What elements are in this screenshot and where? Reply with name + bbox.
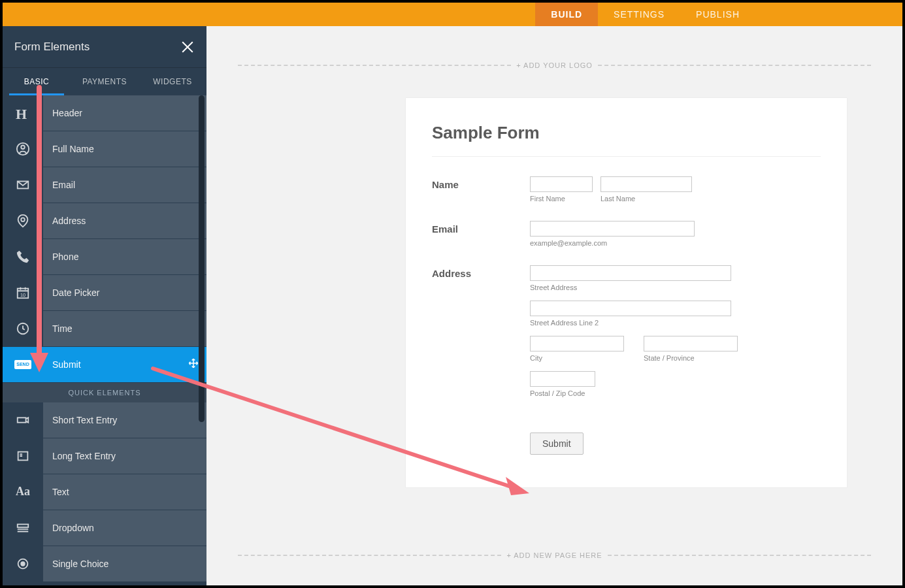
svg-point-11	[21, 562, 25, 566]
element-label: Header	[43, 108, 206, 118]
svg-rect-8	[18, 452, 28, 461]
phone-icon	[16, 250, 30, 264]
element-datepicker[interactable]: 10 Date Picker	[3, 275, 206, 310]
city-sublabel: City	[530, 354, 624, 362]
dropdown-icon	[16, 521, 30, 535]
element-long-text[interactable]: Long Text Entry	[3, 438, 206, 474]
tab-settings[interactable]: SETTINGS	[598, 3, 680, 26]
svg-text:10: 10	[20, 292, 25, 298]
tab-publish[interactable]: PUBLISH	[680, 3, 755, 26]
city-input[interactable]	[530, 336, 624, 351]
sidebar-tab-payments[interactable]: PAYMENTS	[71, 68, 139, 95]
element-label: Address	[43, 216, 206, 226]
state-sublabel: State / Province	[644, 354, 738, 362]
element-label: Email	[43, 180, 206, 190]
long-text-icon	[16, 449, 30, 463]
calendar-icon: 10	[16, 286, 30, 300]
quick-elements-header: QUICK ELEMENTS	[3, 383, 206, 402]
form-canvas: + ADD YOUR LOGO Sample Form Name First N…	[206, 26, 902, 585]
element-label: Long Text Entry	[43, 451, 206, 461]
short-text-icon	[16, 413, 30, 427]
last-name-input[interactable]	[601, 176, 692, 192]
street2-sublabel: Street Address Line 2	[530, 319, 821, 327]
radio-icon	[16, 557, 30, 571]
submit-button[interactable]: Submit	[530, 433, 584, 455]
pin-icon	[16, 214, 30, 228]
element-label: Text	[43, 487, 206, 497]
svg-rect-9	[18, 525, 29, 528]
element-label: Short Text Entry	[43, 415, 206, 425]
element-text[interactable]: Aa Text	[3, 474, 206, 510]
add-logo-hint[interactable]: + ADD YOUR LOGO	[516, 61, 593, 69]
email-hint: example@example.com	[530, 239, 821, 247]
sidebar-tab-basic[interactable]: BASIC	[3, 68, 71, 95]
element-label: Full Name	[43, 144, 206, 154]
element-phone[interactable]: Phone	[3, 239, 206, 274]
sidebar-tab-widgets[interactable]: WIDGETS	[139, 68, 206, 95]
first-name-input[interactable]	[530, 176, 593, 192]
svg-point-3	[21, 218, 25, 221]
element-label: Submit	[43, 359, 180, 370]
element-label: Phone	[43, 252, 206, 262]
element-dropdown[interactable]: Dropdown	[3, 510, 206, 546]
text-icon: Aa	[16, 485, 30, 499]
street2-input[interactable]	[530, 301, 731, 316]
zip-sublabel: Postal / Zip Code	[530, 389, 821, 397]
element-address[interactable]: Address	[3, 203, 206, 238]
last-name-sublabel: Last Name	[601, 195, 692, 203]
close-icon[interactable]	[180, 40, 195, 54]
email-input[interactable]	[530, 221, 695, 237]
svg-rect-7	[18, 417, 26, 422]
element-header[interactable]: H Header	[3, 95, 206, 131]
send-icon: SEND	[14, 360, 31, 369]
element-email[interactable]: Email	[3, 167, 206, 203]
form-title: Sample Form	[432, 123, 821, 157]
element-single-choice[interactable]: Single Choice	[3, 546, 206, 581]
email-label: Email	[432, 221, 530, 247]
form-card[interactable]: Sample Form Name First Name Last Name	[406, 98, 847, 487]
address-label: Address	[432, 265, 530, 397]
svg-point-1	[21, 146, 25, 150]
element-short-text[interactable]: Short Text Entry	[3, 402, 206, 438]
state-input[interactable]	[644, 336, 738, 351]
element-time[interactable]: Time	[3, 311, 206, 346]
element-fullname[interactable]: Full Name	[3, 131, 206, 167]
element-label: Dropdown	[43, 523, 206, 533]
user-icon	[16, 142, 30, 156]
sidebar-title: Form Elements	[14, 41, 90, 54]
add-page-hint[interactable]: + ADD NEW PAGE HERE	[506, 551, 602, 559]
street-input[interactable]	[530, 265, 731, 281]
street-sublabel: Street Address	[530, 284, 821, 291]
name-label: Name	[432, 176, 530, 203]
element-submit[interactable]: SEND Submit	[3, 347, 206, 382]
mail-icon	[16, 178, 30, 192]
element-label: Time	[43, 323, 206, 334]
clock-icon	[16, 321, 30, 336]
element-label: Date Picker	[43, 287, 206, 298]
first-name-sublabel: First Name	[530, 195, 593, 203]
sidebar-scrollbar[interactable]	[199, 95, 205, 583]
element-list: H Header Full Name Email Address	[3, 95, 206, 585]
element-label: Single Choice	[43, 559, 206, 569]
zip-input[interactable]	[530, 371, 595, 387]
header-icon: H	[16, 106, 30, 120]
tab-build[interactable]: BUILD	[535, 3, 598, 26]
sidebar: Form Elements BASIC PAYMENTS WIDGETS H H…	[3, 26, 206, 585]
top-nav: BUILD SETTINGS PUBLISH	[3, 3, 902, 26]
